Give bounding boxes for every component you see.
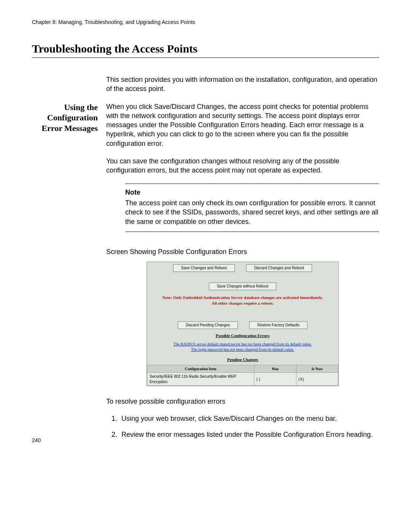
subhead-line-1: Using the	[64, 102, 98, 112]
td-is-now: [X]	[296, 373, 338, 386]
save-no-reboot-button[interactable]: Save Changes without Reboot	[209, 283, 276, 290]
shot-note-line-2: All other changes require a reboot.	[212, 301, 274, 305]
page-number: 240	[32, 437, 41, 443]
intro-paragraph: This section provides you with informati…	[106, 75, 379, 94]
step-1: Using your web browser, click Save/Disca…	[119, 414, 379, 423]
shot-note-line-1: Note: Only Embedded Authentication Serve…	[162, 295, 323, 300]
error-link-2[interactable]: The login password has not been changed …	[191, 347, 294, 351]
error-link-1[interactable]: The RADIUS server default shared secret …	[174, 342, 312, 346]
th-configuration-item: Configuration Item	[147, 365, 254, 373]
save-reboot-button[interactable]: Save Changes and Reboot	[173, 264, 235, 272]
subsection-heading: Using the Configuration Error Messages	[32, 102, 98, 134]
table-header-row: Configuration Item Was Is Now	[147, 365, 338, 373]
embedded-screenshot: Save Changes and Reboot Discard Changes …	[147, 262, 339, 386]
chapter-header: Chapter 8: Managing, Troubleshooting, an…	[32, 19, 379, 25]
steps-list: Using your web browser, click Save/Disca…	[106, 414, 379, 439]
subhead-line-2: Configuration	[47, 113, 98, 122]
section-title: Troubleshooting the Access Points	[32, 42, 198, 55]
subhead-line-3: Error Messages	[41, 123, 98, 133]
step-2: Review the error messages listed under t…	[119, 430, 379, 439]
possible-errors-heading: Possible Configuration Errors	[151, 333, 335, 339]
discard-reboot-button[interactable]: Discard Changes and Reboot	[246, 264, 312, 272]
section-title-row: Troubleshooting the Access Points	[32, 42, 379, 58]
pending-changes-heading: Pending Changes	[151, 357, 335, 363]
body-paragraph-1: When you click Save/Discard Changes, the…	[106, 102, 379, 148]
pending-changes-table: Configuration Item Was Is Now Security/I…	[147, 365, 338, 386]
resolve-intro: To resolve possible configuration errors	[106, 397, 379, 406]
note-body: The access point can only check its own …	[125, 198, 379, 226]
body-paragraph-2: You can save the configuration changes w…	[106, 157, 379, 175]
note-box: Note The access point can only check its…	[125, 184, 379, 232]
note-label: Note	[125, 188, 379, 197]
restore-defaults-button[interactable]: Restore Factory Defaults	[249, 321, 307, 329]
td-was: [ ]	[254, 373, 296, 386]
shot-note: Note: Only Embedded Authentication Serve…	[151, 295, 335, 306]
figure-caption: Screen Showing Possible Configuration Er…	[106, 247, 379, 256]
table-row: Security/IEEE 802.11b Radio Security/Ena…	[147, 373, 338, 386]
th-is-now: Is Now	[296, 365, 338, 373]
th-was: Was	[254, 365, 296, 373]
discard-pending-button[interactable]: Discard Pending Changes	[178, 321, 238, 329]
td-configuration-item: Security/IEEE 802.11b Radio Security/Ena…	[147, 373, 254, 386]
